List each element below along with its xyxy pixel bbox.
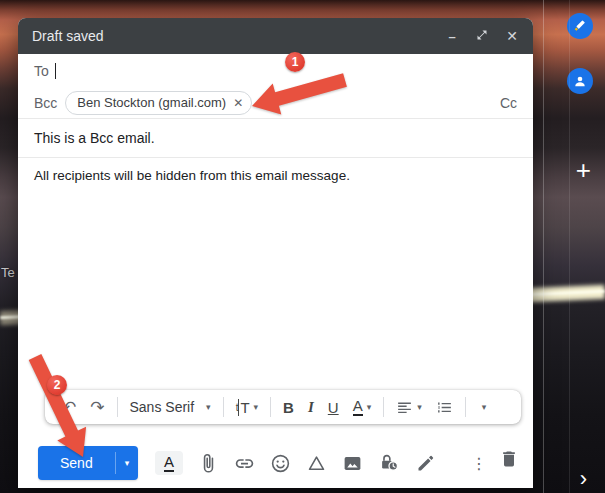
person-icon — [573, 74, 587, 88]
numbered-list-icon — [436, 399, 453, 416]
toolbar-divider — [270, 397, 271, 417]
insert-link-button[interactable] — [234, 453, 255, 474]
toolbar-divider — [223, 397, 224, 417]
side-panel: + › — [543, 0, 605, 493]
compose-titlebar[interactable]: Draft saved – ✕ — [18, 18, 533, 54]
toolbar-divider — [117, 397, 118, 417]
insert-emoji-button[interactable] — [270, 453, 291, 474]
align-button[interactable]: ▾ — [389, 394, 429, 420]
insert-signature-button[interactable] — [415, 453, 436, 474]
cc-label[interactable]: Cc — [500, 95, 517, 111]
formatting-toolbar: ↶ ↷ Sans Serif ▾ tT ▾ B I U A ▾ ▾ — [45, 390, 521, 424]
bold-button[interactable]: B — [276, 394, 301, 420]
subject-field[interactable]: This is a Bcc email. — [18, 119, 533, 158]
toolbar-divider — [383, 397, 384, 417]
text-color-a: A — [353, 398, 363, 416]
pencil-icon — [573, 19, 587, 33]
message-body[interactable]: All recipients will be hidden from this … — [18, 158, 533, 193]
close-icon[interactable]: ✕ — [505, 29, 519, 43]
italic-button[interactable]: I — [301, 394, 321, 420]
recipient-chip[interactable]: Ben Stockton (gmail.com) ✕ — [65, 91, 252, 115]
trash-icon — [499, 448, 519, 470]
chevron-down-icon: ▾ — [254, 402, 259, 412]
expand-icon[interactable] — [475, 29, 489, 43]
toolbar-divider — [465, 397, 466, 417]
annotation-badge-1: 1 — [285, 52, 305, 72]
contacts-icon[interactable] — [567, 68, 593, 94]
more-formatting-icon[interactable]: ▾ — [475, 394, 494, 420]
window-controls: – ✕ — [445, 29, 519, 43]
font-family-selector[interactable]: Sans Serif ▾ — [123, 394, 218, 420]
bcc-label: Bcc — [34, 95, 57, 111]
paperclip-icon — [198, 453, 219, 474]
underline-button[interactable]: U — [321, 394, 346, 420]
insert-photo-button[interactable] — [342, 453, 363, 474]
discard-draft-button[interactable] — [499, 448, 519, 470]
image-icon — [342, 453, 363, 474]
desktop-partial-text: Te — [1, 265, 15, 280]
message-body-text: All recipients will be hidden from this … — [34, 168, 350, 183]
chevron-down-icon: ▾ — [417, 402, 422, 412]
more-options-icon[interactable]: ⋮ — [471, 446, 487, 480]
link-icon — [234, 453, 255, 474]
attach-file-button[interactable] — [198, 453, 219, 474]
annotation-badge-2: 2 — [47, 375, 67, 395]
annotation-arrow-1 — [240, 70, 350, 120]
numbered-list-button[interactable] — [429, 394, 460, 420]
emoji-icon — [270, 453, 291, 474]
font-size-selector[interactable]: tT ▾ — [229, 394, 265, 420]
chevron-down-icon: ▾ — [206, 402, 211, 412]
confidential-mode-button[interactable] — [378, 452, 400, 474]
chevron-down-icon: ▾ — [367, 402, 372, 412]
formatting-a-glyph: A — [164, 454, 174, 472]
minimize-icon[interactable]: – — [445, 30, 459, 43]
send-options-caret[interactable]: ▾ — [116, 446, 139, 480]
formatting-options-button[interactable]: A — [155, 451, 183, 475]
drive-icon — [306, 453, 327, 474]
pen-icon — [415, 453, 436, 474]
keep-pencil-icon[interactable] — [567, 13, 593, 39]
compose-action-icons: A — [155, 446, 436, 480]
subject-text: This is a Bcc email. — [34, 130, 155, 146]
insert-drive-button[interactable] — [306, 453, 327, 474]
font-family-value: Sans Serif — [130, 399, 195, 415]
annotation-arrow-2 — [25, 352, 105, 467]
text-color-button[interactable]: A ▾ — [346, 394, 379, 420]
size-large-glyph: T — [238, 399, 249, 416]
recipient-chip-name: Ben Stockton (gmail.com) — [77, 95, 226, 110]
to-label: To — [34, 63, 49, 79]
collapse-panel-chevron[interactable]: › — [580, 466, 587, 492]
window-title: Draft saved — [32, 28, 445, 44]
get-addons-button[interactable]: + — [576, 155, 591, 186]
lock-clock-icon — [378, 452, 400, 474]
align-left-icon — [396, 399, 413, 416]
text-cursor — [55, 63, 56, 79]
